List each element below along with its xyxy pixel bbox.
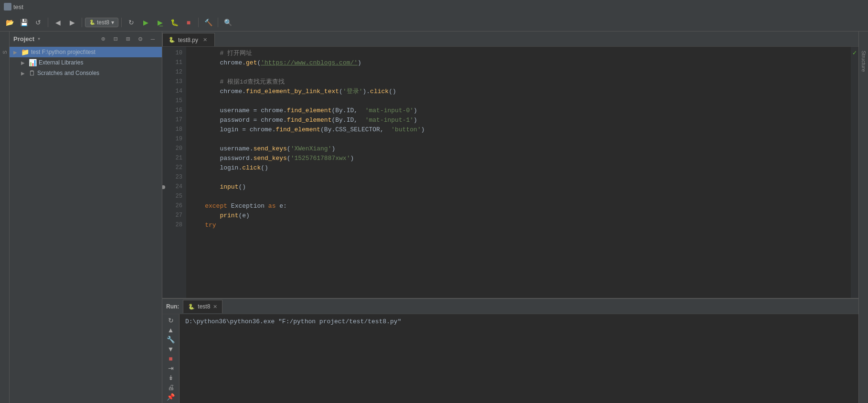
code-line-19: [190, 135, 847, 144]
code-21-fn: send_keys: [254, 154, 287, 164]
code-line-22: login.click(): [190, 163, 847, 173]
title-text: test: [13, 3, 23, 11]
autoscroll-btn[interactable]: ↡: [164, 373, 178, 382]
tree-item-external-libs[interactable]: ▶ 📊 External Libraries: [10, 57, 162, 68]
line-num-28: 28: [162, 221, 182, 230]
code-14-p1: (: [339, 87, 343, 97]
bottom-main: ↻ ▲ 🔧 ▼ ■ ⇥ ↡ 🖨 📌 D:\python36\python36.e…: [162, 314, 858, 403]
line-num-26: 26: [162, 202, 182, 211]
code-content[interactable]: # 打开网址 chrome.get('https://www.cnblogs.c…: [186, 47, 851, 298]
sep5: [218, 18, 218, 27]
right-sidebar-label[interactable]: Structure: [861, 51, 867, 72]
code-17-fn: find_element: [287, 116, 332, 126]
forward-btn[interactable]: ▶: [65, 16, 79, 29]
scroll-up-btn[interactable]: ▲: [164, 326, 178, 334]
scroll-down-btn[interactable]: ▼: [164, 345, 178, 353]
code-14-pre: chrome.: [190, 87, 246, 97]
run-green-btn[interactable]: ▶: [139, 16, 152, 29]
line-num-12: 12: [162, 68, 182, 77]
tree-label-ext: External Libraries: [39, 59, 83, 66]
code-26-as: as: [268, 202, 276, 212]
bottom-tab-name: test8: [198, 303, 210, 310]
console-text: D:\python36\python36.exe "F:/python proj…: [185, 318, 401, 325]
code-22-p1: (): [261, 163, 268, 173]
code-22-pre: login.: [190, 163, 242, 173]
code-line-18: login = chrome.find_element(By.CSS_SELEC…: [190, 125, 847, 135]
tab-bar: 🐍 test8.py ✕: [162, 32, 858, 47]
run-with-coverage-btn[interactable]: ▶̲: [153, 16, 167, 29]
run-config-name: test8: [97, 19, 109, 26]
sep2: [82, 18, 82, 27]
code-line-23: [190, 173, 847, 182]
tree-item-test[interactable]: ▶ 📁 test F:\python project\test: [10, 47, 162, 57]
code-21-pre: password.: [190, 154, 254, 164]
project-settings-btn[interactable]: ⚙: [135, 34, 146, 44]
code-14-fn2: click: [370, 87, 389, 97]
open-folder-btn[interactable]: 📂: [3, 16, 16, 29]
project-title: Project: [13, 35, 34, 42]
sep4: [198, 18, 199, 27]
code-24-fn: input: [220, 182, 238, 192]
code-24-p1: (): [238, 182, 246, 192]
code-22-fn: click: [242, 163, 261, 173]
build-btn[interactable]: 🔨: [201, 16, 215, 29]
run-config-selector[interactable]: 🐍 test8 ▾: [85, 18, 118, 27]
code-16-fn: find_element: [287, 106, 332, 116]
editor-area: 🐍 test8.py ✕ 10 11 12 13 14 15 16 17 18 …: [162, 32, 858, 403]
code-line-27: print(e): [190, 211, 847, 221]
tab-test8py[interactable]: 🐍 test8.py ✕: [162, 33, 215, 46]
code-26-indent: [190, 202, 205, 212]
code-16-pre: username = chrome.: [190, 106, 287, 116]
tree-item-scratches[interactable]: ▶ 🗒 Scratches and Consoles: [10, 68, 162, 78]
line-num-20: 20: [162, 144, 182, 154]
rerun-btn[interactable]: ↻: [125, 16, 138, 29]
tab-close-btn[interactable]: ✕: [201, 36, 209, 44]
tree-arrow-ext: ▶: [21, 60, 27, 65]
code-14-p3: (): [389, 87, 396, 97]
tree-arrow-scratch: ▶: [21, 71, 27, 76]
code-18-p1: (By.CSS_SELECTOR,: [320, 125, 391, 135]
code-26-var: e:: [275, 202, 286, 212]
comment-13: # 根据id查找元素查找: [190, 77, 285, 87]
search-btn[interactable]: 🔍: [221, 16, 234, 29]
stop-console-btn[interactable]: ■: [164, 354, 178, 363]
print-btn[interactable]: 🖨: [164, 383, 178, 392]
code-line-28: try: [190, 221, 847, 230]
debug-btn[interactable]: 🐛: [168, 16, 181, 29]
left-strip-label[interactable]: S: [2, 51, 8, 54]
toolbar: 📂 💾 ↺ ◀ ▶ 🐍 test8 ▾ ↻ ▶ ▶̲ 🐛 ■ 🔨 🔍: [0, 13, 868, 32]
stop-btn[interactable]: ■: [182, 16, 195, 29]
softrap-btn[interactable]: ⇥: [164, 364, 178, 372]
code-17-str: 'mat-input-1': [365, 116, 413, 126]
code-line-26: except Exception as e:: [190, 202, 847, 211]
code-18-fn: find_element: [275, 125, 320, 135]
code-line-20: username.send_keys('XWenXiang'): [190, 144, 847, 154]
bottom-tab-test8[interactable]: 🐍 test8 ✕: [183, 300, 222, 313]
code-line-15: [190, 96, 847, 106]
left-strip: S: [0, 32, 10, 403]
line-num-16: 16: [162, 106, 182, 116]
code-21-p1: (: [287, 154, 291, 164]
code-24-pre: [190, 182, 220, 192]
sync-btn[interactable]: ↺: [32, 16, 45, 29]
settings-console-btn[interactable]: 🔧: [164, 335, 178, 344]
pin-btn[interactable]: 📌: [164, 392, 178, 401]
code-28-try: try: [205, 221, 216, 231]
rerun-console-btn[interactable]: ↻: [164, 316, 178, 325]
tab-label: test8.py: [178, 37, 198, 43]
expand-all-btn[interactable]: ⊞: [123, 34, 133, 44]
save-btn[interactable]: 💾: [17, 16, 31, 29]
run-label: Run:: [166, 303, 179, 310]
back-btn[interactable]: ◀: [51, 16, 64, 29]
code-20-p1: (: [287, 144, 291, 154]
project-dropdown-arrow[interactable]: ▾: [37, 35, 41, 42]
code-line-17: password = chrome.find_element(By.ID, 'm…: [190, 116, 847, 125]
bottom-tab-close[interactable]: ✕: [213, 304, 217, 310]
code-17-pre: password = chrome.: [190, 116, 287, 126]
collapse-all-btn[interactable]: ⊟: [110, 34, 121, 44]
locate-file-btn[interactable]: ⊕: [98, 34, 108, 44]
tab-py-icon: 🐍: [169, 37, 175, 43]
bottom-tab-icon: 🐍: [188, 304, 195, 310]
code-line-10: # 打开网址: [190, 49, 847, 58]
project-hide-btn[interactable]: —: [148, 34, 158, 44]
